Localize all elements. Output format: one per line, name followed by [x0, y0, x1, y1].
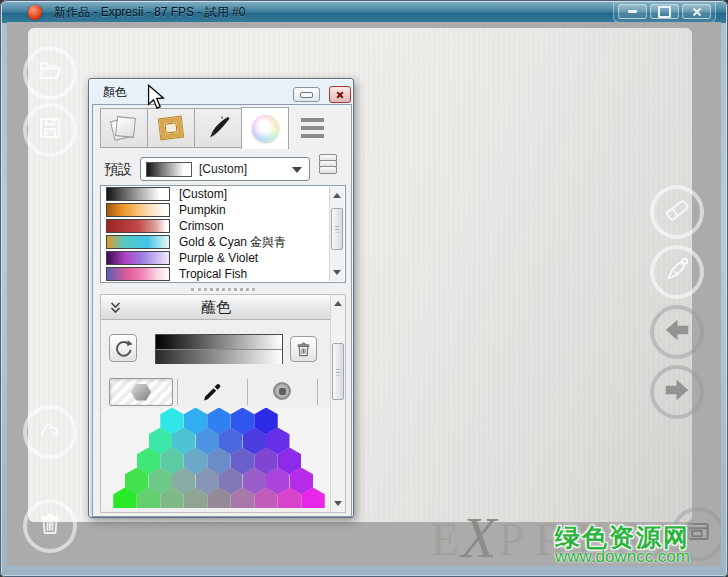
scroll-up-icon[interactable]: [330, 187, 344, 200]
dialog-minimize-icon: [300, 92, 313, 98]
redo-button[interactable]: [650, 365, 704, 419]
folder-open-icon: [36, 57, 64, 89]
pick-tools-row: [101, 377, 331, 409]
close-button[interactable]: [682, 4, 711, 19]
preset-gradient-swatch: [146, 162, 192, 177]
seal-icon: [36, 416, 64, 448]
scroll-up-icon[interactable]: [331, 295, 345, 308]
reset-gradient-button[interactable]: [109, 334, 137, 362]
window-controls: [613, 2, 716, 23]
preset-list: [Custom]PumpkinCrimsonGold & Cyan 金與青Pur…: [100, 185, 346, 283]
preset-name: Purple & Violet: [179, 251, 258, 265]
dip-color-panel: 蘸色: [100, 294, 346, 513]
eraser-button[interactable]: [650, 185, 704, 239]
seal-button[interactable]: [23, 405, 77, 459]
undo-button[interactable]: [650, 305, 704, 359]
pen-icon: [663, 256, 691, 288]
preset-item[interactable]: Pumpkin: [101, 202, 345, 218]
minimize-icon: [628, 10, 637, 13]
frame-icon: [159, 117, 183, 140]
undo-arrow-icon: [662, 315, 692, 349]
dialog-close-button[interactable]: [329, 86, 351, 103]
dip-panel-scrollbar[interactable]: [330, 295, 345, 512]
maximize-button[interactable]: [650, 4, 679, 19]
menu-icon: [301, 118, 324, 138]
preset-item[interactable]: Tropical Fish: [101, 266, 345, 282]
preset-gradient-swatch: [106, 251, 170, 265]
tab-brush[interactable]: [194, 108, 242, 148]
dialog-body: 預設 [Custom] [Custom]PumpkinCrimsonGold &…: [92, 104, 352, 517]
preset-gradient-swatch: [106, 235, 170, 249]
preset-item[interactable]: Purple & Violet: [101, 250, 345, 266]
delete-gradient-button[interactable]: [290, 336, 317, 362]
preset-name: Crimson: [179, 219, 224, 233]
close-icon: [691, 6, 703, 18]
redo-arrow-icon: [662, 375, 692, 409]
watermark-letter: E: [431, 514, 459, 566]
preset-gradient-swatch: [106, 203, 170, 217]
preset-dropdown[interactable]: [Custom]: [140, 157, 310, 181]
color-dialog: 顏色 預設: [88, 78, 354, 518]
reset-icon: [114, 339, 133, 358]
open-button[interactable]: [23, 46, 77, 100]
hex-swatch-tool-button[interactable]: [109, 378, 173, 406]
preset-list-scrollbar[interactable]: [329, 187, 344, 281]
preset-name: Gold & Cyan 金與青: [179, 234, 286, 251]
maximize-icon: [658, 6, 671, 18]
preset-label: 預設: [104, 161, 132, 179]
preset-gradient-swatch: [106, 267, 170, 281]
gradient-bottom-band: [156, 349, 282, 364]
trash-icon: [36, 510, 64, 542]
tab-frame[interactable]: [147, 108, 195, 148]
preset-name: Tropical Fish: [179, 267, 247, 281]
scrollbar-thumb[interactable]: [331, 208, 343, 250]
delete-button[interactable]: [23, 499, 77, 553]
dip-gradient-bar[interactable]: [155, 334, 283, 364]
preset-gradient-swatch: [106, 187, 170, 201]
ring-tool-icon[interactable]: [273, 382, 291, 400]
color-wheel-icon: [252, 115, 279, 142]
mouse-cursor: [147, 84, 165, 110]
splitter-handle[interactable]: [100, 285, 346, 293]
hex-color-palette[interactable]: [102, 408, 332, 508]
hexagon-icon: [131, 384, 151, 401]
preset-item[interactable]: [Custom]: [101, 186, 345, 202]
tab-paper[interactable]: [100, 108, 148, 148]
dip-title: 蘸色: [101, 298, 331, 317]
dip-header[interactable]: 蘸色: [101, 295, 331, 320]
preset-gradient-swatch: [106, 219, 170, 233]
site-url-watermark: www.downcc.com: [555, 547, 690, 567]
dialog-tabs: [100, 108, 336, 149]
minimize-button[interactable]: [618, 4, 647, 19]
chevron-down-icon: [292, 167, 302, 178]
save-button[interactable]: [23, 103, 77, 157]
dialog-minimize-button[interactable]: [293, 87, 320, 102]
dialog-close-icon: [335, 90, 345, 100]
window-title: 新作品 - Expresii - 87 FPS - 試用 #0: [54, 4, 245, 21]
app-logo-icon: [28, 5, 42, 20]
trash-icon: [295, 341, 312, 358]
eraser-icon: [663, 196, 691, 228]
scrollbar-thumb[interactable]: [332, 343, 344, 400]
preset-name: [Custom]: [179, 187, 227, 201]
scroll-down-icon[interactable]: [331, 499, 345, 512]
tab-menu[interactable]: [288, 108, 336, 148]
gradient-top-band: [156, 335, 282, 349]
preset-item[interactable]: Gold & Cyan 金與青: [101, 234, 345, 250]
preset-stack-button[interactable]: [315, 154, 341, 184]
tab-color[interactable]: [241, 107, 289, 149]
dialog-title: 顏色: [103, 84, 127, 101]
eyedropper-icon[interactable]: [201, 381, 223, 403]
watermark-brush-x: X: [461, 512, 496, 564]
paper-icon: [112, 116, 136, 140]
brush-button[interactable]: [650, 245, 704, 299]
preset-item[interactable]: Crimson: [101, 218, 345, 234]
scroll-down-icon[interactable]: [330, 268, 344, 281]
preset-value: [Custom]: [199, 162, 247, 176]
brush-icon: [204, 114, 232, 142]
floppy-icon: [36, 114, 64, 146]
preset-name: Pumpkin: [179, 203, 226, 217]
